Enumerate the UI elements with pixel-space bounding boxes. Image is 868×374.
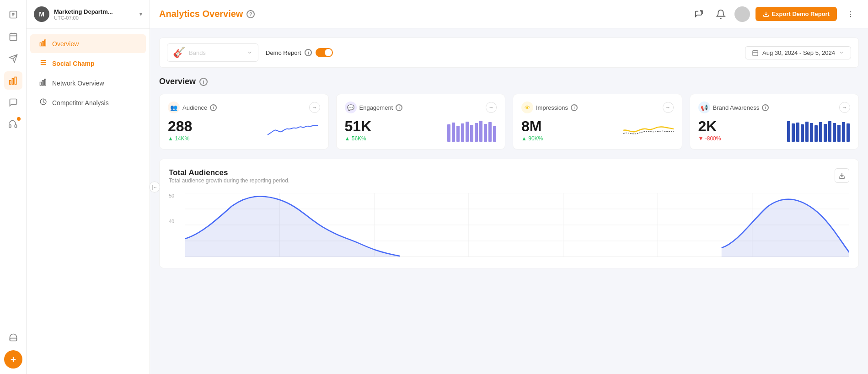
topbar: Analytics Overview ? Export Demo Report	[150, 0, 868, 28]
sidebar-item-label-overview: Overview	[52, 40, 79, 48]
date-range-label: Aug 30, 2024 - Sep 5, 2024	[762, 49, 835, 56]
rail-icon-compose[interactable]	[4, 5, 22, 24]
svg-rect-30	[801, 124, 804, 142]
impressions-change-value: 90K%	[528, 135, 543, 142]
sidebar-item-overview[interactable]: Overview	[30, 34, 146, 53]
topbar-actions: Export Demo Report	[691, 6, 859, 22]
engagement-change: ▲ 56K%	[345, 135, 372, 142]
competitor-icon	[38, 98, 48, 107]
engagement-card-icon: 💬	[345, 102, 357, 113]
audience-change-value: 14K%	[175, 135, 189, 142]
audience-card[interactable]: 👥 Audience i → 288 ▲ 14K%	[159, 94, 329, 150]
svg-rect-24	[484, 124, 487, 142]
engagement-card[interactable]: 💬 Engagement i → 51K ▲ 56K%	[336, 94, 506, 150]
collapse-icon: |←	[152, 185, 158, 190]
rail-icon-ai[interactable]	[4, 328, 22, 347]
svg-rect-21	[470, 125, 473, 142]
sidebar-item-competitor-analysis[interactable]: Competitor Analysis	[30, 93, 146, 112]
rail-icon-messages[interactable]	[4, 93, 22, 112]
page-title-text: Analytics Overview	[159, 9, 243, 19]
svg-rect-34	[819, 122, 822, 142]
svg-rect-16	[447, 124, 450, 142]
rail-icon-analytics[interactable]	[4, 71, 22, 90]
sidebar-navigation: Overview Social Champ Network Overview C…	[27, 29, 150, 118]
svg-rect-7	[44, 40, 46, 46]
svg-point-12	[850, 11, 851, 12]
audience-change-icon: ▲	[168, 135, 173, 142]
svg-rect-26	[493, 126, 496, 142]
svg-rect-4	[15, 77, 16, 85]
help-icon[interactable]: ?	[246, 10, 255, 18]
svg-rect-2	[9, 80, 11, 84]
sidebar-item-label-network-overview: Network Overview	[52, 80, 104, 87]
chevron-down-icon: ▾	[139, 11, 142, 17]
svg-rect-23	[479, 121, 482, 142]
svg-rect-18	[456, 126, 460, 142]
rail-icon-add[interactable]	[4, 350, 22, 369]
impressions-card[interactable]: 👁 Impressions i → 8M ▲ 90K%	[513, 94, 682, 150]
brand-change-value: -800%	[705, 135, 721, 142]
notifications-icon-btn[interactable]	[713, 6, 729, 22]
svg-rect-10	[44, 79, 46, 85]
profile-selector-label: Bands	[189, 49, 206, 56]
total-audiences-chart	[185, 193, 849, 257]
impressions-value: 8M	[521, 119, 543, 134]
social-champ-icon	[38, 59, 48, 68]
y-label-50: 50	[169, 193, 174, 198]
more-options-icon[interactable]	[842, 6, 859, 22]
audience-card-title: Audience	[182, 104, 207, 111]
sidebar-item-social-champ[interactable]: Social Champ	[30, 54, 146, 73]
date-range-picker[interactable]: Aug 30, 2024 - Sep 5, 2024	[745, 46, 851, 59]
audience-arrow-btn[interactable]: →	[309, 102, 320, 113]
svg-rect-8	[40, 82, 41, 85]
svg-rect-15	[753, 50, 758, 55]
impressions-info-icon[interactable]: i	[571, 104, 578, 111]
svg-rect-20	[466, 122, 469, 142]
svg-rect-28	[792, 123, 795, 142]
brand-arrow-btn[interactable]: →	[839, 102, 850, 113]
svg-rect-29	[796, 123, 799, 142]
brand-info-icon[interactable]: i	[762, 104, 769, 111]
bands-icon: 🎸	[173, 47, 185, 59]
workspace-name: Marketing Departm...	[54, 8, 135, 15]
brand-awareness-card[interactable]: 📢 Brand Awareness i → 2K ▼ -800%	[690, 94, 859, 150]
messages-icon-btn[interactable]	[691, 6, 707, 22]
svg-rect-6	[42, 41, 43, 46]
sidebar-collapse-button[interactable]: |←	[149, 182, 160, 192]
svg-rect-33	[814, 125, 818, 142]
sidebar-item-network-overview[interactable]: Network Overview	[30, 74, 146, 92]
export-btn[interactable]: Export Demo Report	[755, 7, 837, 21]
impressions-arrow-btn[interactable]: →	[663, 102, 674, 113]
demo-report-info-icon[interactable]: i	[305, 49, 312, 56]
overview-info-icon[interactable]: i	[199, 78, 208, 86]
overview-icon	[38, 39, 48, 48]
sidebar: M Marketing Departm... UTC-07:00 ▾ Overv…	[27, 0, 150, 374]
svg-rect-9	[42, 80, 43, 85]
svg-rect-36	[828, 121, 831, 142]
engagement-arrow-btn[interactable]: →	[486, 102, 497, 113]
rail-icon-listening[interactable]	[4, 115, 22, 134]
engagement-info-icon[interactable]: i	[396, 104, 402, 111]
workspace-selector[interactable]: M Marketing Departm... UTC-07:00 ▾	[27, 0, 150, 29]
rail-icon-calendar[interactable]	[4, 27, 22, 46]
svg-rect-19	[461, 123, 464, 142]
svg-rect-27	[787, 121, 790, 142]
y-label-40: 40	[169, 219, 174, 224]
engagement-change-icon: ▲	[345, 135, 350, 142]
overview-title-text: Overview	[159, 77, 196, 86]
audience-info-icon[interactable]: i	[210, 104, 217, 111]
content-area: 🎸 Bands Demo Report i Aug 30, 2024 - Sep…	[150, 28, 868, 374]
engagement-value: 51K	[345, 119, 372, 134]
total-audiences-title: Total Audiences	[169, 168, 289, 177]
user-avatar[interactable]	[734, 6, 750, 22]
brand-value: 2K	[698, 119, 721, 134]
rail-icon-send[interactable]	[4, 49, 22, 68]
audience-value: 288	[168, 119, 192, 134]
workspace-avatar: M	[34, 6, 49, 22]
demo-report-switch[interactable]	[316, 48, 333, 57]
impressions-card-title: Impressions	[536, 104, 568, 111]
svg-rect-38	[837, 125, 841, 142]
notification-badge	[17, 117, 21, 121]
profile-selector[interactable]: 🎸 Bands	[167, 43, 258, 62]
chart-download-btn[interactable]	[835, 168, 849, 183]
